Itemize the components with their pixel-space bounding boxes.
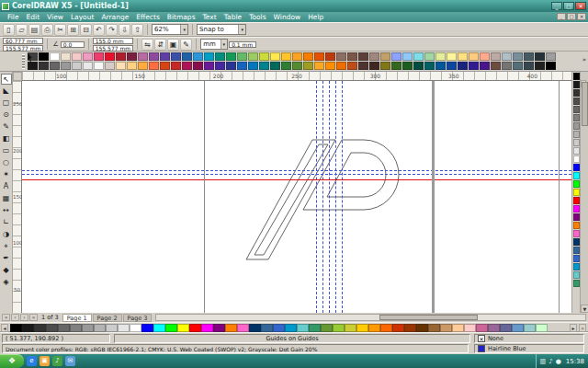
color-swatch[interactable] [458, 52, 468, 61]
nudge-distance-field[interactable]: 0.1 mm [229, 41, 256, 48]
color-swatch[interactable] [138, 62, 148, 70]
prev-page-button[interactable]: ‹ [11, 314, 19, 321]
menu-bitmaps[interactable]: Bitmaps [164, 12, 199, 22]
fill-tool[interactable]: ◆ [1, 265, 12, 276]
color-swatch[interactable] [292, 52, 302, 61]
taskbar-browser-icon[interactable]: e [27, 356, 37, 366]
tab-page-2[interactable]: Page 2 [93, 314, 122, 322]
menu-view[interactable]: View [43, 12, 67, 22]
color-swatch[interactable] [573, 280, 580, 287]
color-swatch[interactable] [325, 52, 335, 61]
color-swatch[interactable] [428, 324, 440, 332]
menu-layout[interactable]: Layout [67, 12, 98, 22]
color-swatch[interactable] [105, 62, 115, 70]
color-swatch[interactable] [380, 62, 390, 70]
color-swatch[interactable] [573, 164, 580, 171]
guideline-horizontal-blue[interactable] [22, 174, 571, 175]
color-swatch[interactable] [368, 324, 380, 332]
start-button[interactable]: ❖ [0, 354, 24, 368]
import-icon[interactable]: ⇩ [119, 24, 130, 36]
export-icon[interactable]: ⇧ [131, 24, 143, 36]
color-swatch[interactable] [94, 52, 104, 61]
color-swatch[interactable] [182, 52, 192, 61]
color-swatch[interactable] [404, 324, 416, 332]
tab-page-1[interactable]: Page 1 [62, 314, 92, 322]
color-swatch[interactable] [149, 52, 159, 61]
palette-scroll-right-button[interactable]: ▸ [570, 324, 577, 332]
color-swatch[interactable] [488, 324, 500, 332]
color-swatch[interactable] [149, 62, 159, 70]
color-swatch[interactable] [535, 52, 545, 61]
color-swatch[interactable] [573, 131, 580, 138]
color-swatch[interactable] [369, 52, 379, 61]
menu-table[interactable]: Table [220, 12, 245, 22]
text-tool[interactable]: A [1, 181, 12, 192]
color-swatch[interactable] [249, 324, 261, 332]
color-swatch[interactable] [46, 324, 58, 332]
color-swatch[interactable] [380, 52, 390, 61]
vertical-scrollbar[interactable]: ▲ ▼ [580, 72, 588, 313]
menu-text[interactable]: Text [199, 12, 220, 22]
color-swatch[interactable] [171, 52, 181, 61]
paste-icon[interactable]: ⊟ [80, 24, 92, 36]
copy-icon[interactable]: ⊞ [67, 24, 79, 36]
position-y-field[interactable]: 155.577 mm [3, 45, 43, 52]
color-swatch[interactable] [314, 52, 324, 61]
color-swatch[interactable] [573, 205, 580, 213]
color-swatch[interactable] [435, 62, 446, 70]
menu-edit[interactable]: Edit [23, 12, 44, 22]
width-field[interactable]: 155.0 mm [93, 38, 133, 44]
color-swatch[interactable] [193, 52, 203, 61]
color-swatch[interactable] [82, 324, 94, 332]
next-page-button[interactable]: › [20, 314, 28, 321]
color-swatch[interactable] [309, 324, 321, 332]
new-document-icon[interactable]: ▯ [3, 24, 15, 36]
color-swatch[interactable] [83, 52, 93, 61]
color-swatch[interactable] [182, 62, 192, 70]
color-swatch[interactable] [273, 324, 285, 332]
guideline-vertical-gray[interactable] [432, 81, 435, 313]
taskbar-media-icon[interactable]: ♪ [52, 356, 62, 366]
menu-arrange[interactable]: Arrange [97, 12, 132, 22]
color-swatch[interactable] [524, 62, 534, 70]
color-swatch[interactable] [573, 73, 580, 80]
color-swatch[interactable] [391, 62, 401, 70]
color-swatch[interactable] [259, 52, 269, 61]
color-swatch[interactable] [225, 324, 237, 332]
palette-scroll-left-button[interactable]: ◂ [1, 324, 8, 332]
color-swatch[interactable] [333, 324, 345, 332]
color-swatch[interactable] [369, 62, 379, 70]
snap-to-dropdown[interactable]: Snap to ▾ [197, 24, 246, 35]
tray-shield-icon[interactable]: ● [556, 358, 561, 365]
color-swatch[interactable] [502, 52, 512, 61]
open-icon[interactable]: ▱ [16, 24, 28, 36]
color-swatch[interactable] [237, 324, 249, 332]
color-swatch[interactable] [297, 324, 309, 332]
color-swatch[interactable] [392, 324, 404, 332]
zoom-level-combo[interactable]: 62% ▾ [152, 24, 188, 35]
color-swatch[interactable] [261, 324, 273, 332]
color-swatch[interactable] [171, 62, 181, 70]
color-swatch[interactable] [440, 324, 452, 332]
color-swatch[interactable] [285, 324, 297, 332]
color-swatch[interactable] [215, 62, 225, 70]
color-swatch[interactable] [476, 324, 488, 332]
color-swatch[interactable] [39, 52, 49, 61]
color-swatch[interactable] [347, 62, 357, 70]
guideline-vertical-blue[interactable] [322, 81, 323, 313]
color-swatch[interactable] [94, 324, 106, 332]
blend-tool[interactable]: ◑ [1, 229, 12, 240]
color-swatch[interactable] [130, 324, 141, 332]
palette-expand-button[interactable]: » [579, 324, 586, 332]
guideline-vertical-blue[interactable] [329, 81, 330, 313]
color-swatch[interactable] [573, 213, 580, 221]
color-swatch[interactable] [58, 324, 70, 332]
color-swatch[interactable] [513, 62, 523, 70]
doc-close-button[interactable]: ✕ [577, 13, 586, 20]
doc-minimize-button[interactable]: _ [557, 13, 566, 20]
color-swatch[interactable] [358, 62, 368, 70]
color-swatch[interactable] [345, 324, 356, 332]
color-swatch[interactable] [413, 62, 424, 70]
pick-tool[interactable]: ↖ [1, 74, 12, 85]
guideline-vertical-blue[interactable] [335, 81, 336, 313]
